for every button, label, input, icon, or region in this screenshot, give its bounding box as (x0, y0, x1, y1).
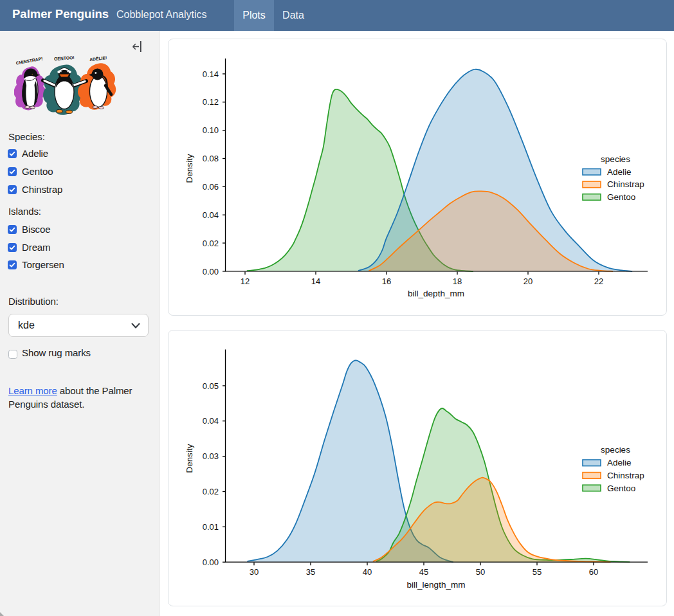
svg-text:0.12: 0.12 (203, 97, 219, 107)
svg-text:Density: Density (185, 154, 194, 183)
svg-text:0.02: 0.02 (203, 239, 219, 248)
svg-text:bill_length_mm: bill_length_mm (407, 580, 466, 590)
svg-text:40: 40 (363, 567, 372, 577)
svg-text:Chinstrap: Chinstrap (607, 471, 644, 480)
svg-text:0.04: 0.04 (203, 210, 219, 220)
svg-text:35: 35 (306, 567, 315, 577)
svg-text:Gentoo: Gentoo (607, 192, 635, 202)
svg-text:Chinstrap: Chinstrap (607, 179, 644, 189)
svg-text:bill_depth_mm: bill_depth_mm (408, 289, 464, 298)
svg-text:16: 16 (382, 276, 391, 286)
svg-text:Adelie: Adelie (607, 458, 632, 467)
svg-text:55: 55 (533, 567, 542, 577)
svg-text:0.01: 0.01 (203, 522, 219, 532)
svg-text:60: 60 (589, 567, 598, 577)
svg-text:0.02: 0.02 (203, 487, 219, 496)
svg-text:0.03: 0.03 (203, 451, 219, 461)
svg-text:Gentoo: Gentoo (607, 484, 635, 493)
svg-text:22: 22 (594, 276, 603, 286)
svg-text:0.04: 0.04 (203, 416, 219, 426)
svg-text:30: 30 (250, 567, 259, 577)
svg-text:0.14: 0.14 (203, 69, 219, 79)
svg-text:GENTOO!: GENTOO! (54, 55, 75, 61)
svg-text:Density: Density (185, 444, 194, 473)
svg-text:14: 14 (311, 276, 320, 286)
svg-text:12: 12 (241, 276, 250, 286)
svg-text:0.05: 0.05 (203, 381, 219, 391)
svg-text:0.08: 0.08 (203, 154, 219, 163)
svg-text:45: 45 (419, 567, 428, 577)
svg-text:ADĒLIE!: ADĒLIE! (89, 55, 107, 62)
svg-text:18: 18 (453, 276, 462, 286)
svg-text:CHINSTRAP!: CHINSTRAP! (15, 56, 43, 65)
svg-text:Adelie: Adelie (607, 167, 632, 177)
svg-text:50: 50 (476, 567, 485, 577)
svg-text:0.00: 0.00 (203, 267, 219, 276)
svg-text:0.06: 0.06 (203, 182, 219, 192)
svg-text:0.00: 0.00 (203, 557, 219, 567)
svg-text:species: species (601, 445, 630, 455)
svg-text:20: 20 (524, 276, 533, 286)
svg-text:species: species (601, 154, 630, 164)
svg-text:0.10: 0.10 (203, 125, 219, 135)
